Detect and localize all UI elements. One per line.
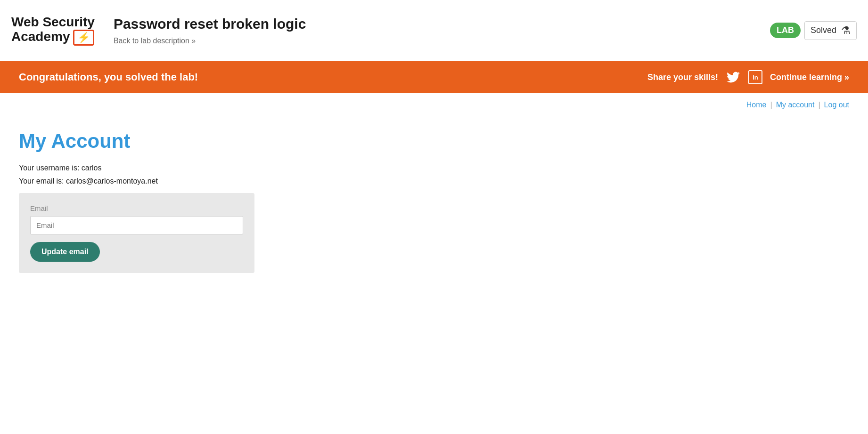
site-header: Web Security Academy⚡ Password reset bro… [0,0,868,61]
logo-text: Web Security Academy⚡ [11,15,95,46]
lab-title: Password reset broken logic [114,16,770,32]
congrats-banner: Congratulations, you solved the lab! Sha… [0,61,868,93]
update-email-form: Email Update email [19,193,254,273]
logo-icon: ⚡ [73,30,94,46]
header-right: LAB Solved ⚗ [770,21,857,40]
email-info: Your email is: carlos@carlos-montoya.net [19,177,434,185]
page-title: My Account [19,130,434,153]
solved-label: Solved [811,25,836,35]
log-out-link[interactable]: Log out [824,101,849,109]
logo-area: Web Security Academy⚡ [11,15,95,46]
banner-right: Share your skills! in Continue learning … [647,70,849,85]
nav-separator-2: | [818,101,820,109]
my-account-link[interactable]: My account [776,101,815,109]
home-link[interactable]: Home [746,101,767,109]
lab-badge: LAB [770,23,801,38]
nav-separator-1: | [770,101,772,109]
flask-icon: ⚗ [841,24,851,37]
update-email-button[interactable]: Update email [30,242,100,262]
email-form-label: Email [30,204,243,212]
solved-box: Solved ⚗ [804,21,857,40]
share-skills-text: Share your skills! [647,72,718,82]
back-to-lab-link[interactable]: Back to lab description » [114,37,196,45]
main-content: My Account Your username is: carlos Your… [0,109,452,284]
nav-links: Home | My account | Log out [0,93,868,109]
twitter-icon[interactable] [726,70,741,85]
congrats-text: Congratulations, you solved the lab! [19,71,198,83]
logo-text-block: Web Security Academy⚡ [11,15,95,46]
linkedin-icon[interactable]: in [748,70,762,84]
header-center: Password reset broken logic Back to lab … [95,16,770,45]
email-input[interactable] [30,216,243,234]
username-info: Your username is: carlos [19,164,434,172]
continue-learning-link[interactable]: Continue learning » [770,72,849,82]
